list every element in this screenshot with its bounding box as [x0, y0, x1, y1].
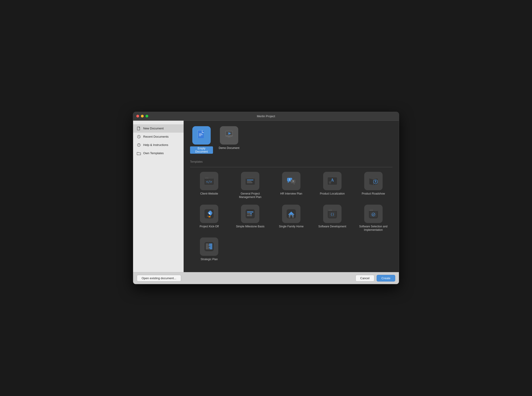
svg-point-41: [250, 213, 252, 215]
svg-text:?: ?: [292, 180, 294, 183]
svg-rect-23: [246, 177, 255, 179]
general-project-management-plan-icon: [241, 172, 259, 190]
simple-milestone-basis-icon: [241, 205, 259, 223]
template-product-roadshow[interactable]: $ Product Roadshow: [354, 172, 392, 199]
demo-document-label: Demo Document: [219, 146, 239, 150]
product-localization-label: Product Localization: [320, 192, 345, 196]
svg-point-19: [208, 178, 208, 178]
main-panel: Empty Document: [184, 121, 399, 272]
svg-text:手: 手: [329, 181, 331, 185]
new-document-icon: [137, 126, 141, 131]
template-general-project-management-plan[interactable]: General ProjectManagement Plan: [231, 172, 269, 199]
cancel-button[interactable]: Cancel: [356, 275, 374, 281]
software-development-label: Software Development: [318, 225, 346, 228]
strategic-plan-label: Strategic Plan: [201, 258, 218, 261]
svg-text:!: !: [289, 178, 290, 181]
help-instructions-label: Help & Instructions: [143, 143, 168, 147]
sidebar-item-help-instructions[interactable]: ? Help & Instructions: [133, 141, 184, 149]
sidebar-item-new-document[interactable]: New Document: [133, 124, 184, 133]
traffic-lights: [136, 115, 148, 117]
folder-icon: [137, 151, 141, 155]
svg-rect-5: [198, 130, 204, 138]
template-client-website[interactable]: </> Client-Website: [190, 172, 228, 199]
strategic-plan-icon: [200, 238, 218, 256]
software-selection-implementation-label: Software Selection andImplementation: [359, 225, 387, 232]
svg-rect-8: [199, 135, 201, 136]
software-selection-implementation-icon: [364, 205, 383, 223]
project-kick-off-label: Project Kick-Off: [200, 225, 219, 228]
template-strategic-plan[interactable]: Strategic Plan: [190, 238, 228, 261]
svg-point-52: [330, 210, 330, 210]
svg-rect-7: [199, 134, 203, 135]
hr-interview-plan-icon: ! ?: [282, 172, 300, 190]
svg-rect-13: [228, 136, 229, 137]
svg-point-43: [249, 215, 250, 216]
templates-grid: </> Client-Website: [190, 172, 392, 261]
window-title: Merlin Project: [257, 115, 275, 118]
svg-point-51: [329, 210, 329, 210]
svg-text:</>: </>: [206, 180, 212, 184]
template-single-family-home[interactable]: Single Family Home: [272, 205, 310, 232]
clock-icon: [137, 135, 141, 139]
empty-document-icon: [192, 126, 211, 145]
recent-documents-label: Recent Documents: [143, 135, 169, 138]
svg-point-58: [370, 210, 370, 210]
svg-rect-48: [292, 215, 293, 216]
template-simple-milestone-basis[interactable]: Simple Milestone Basis: [231, 205, 269, 232]
software-development-icon: {}: [323, 205, 341, 223]
svg-text:$: $: [374, 180, 376, 183]
minimize-button[interactable]: [141, 115, 144, 117]
product-roadshow-icon: $: [364, 172, 383, 190]
svg-point-59: [371, 210, 372, 210]
open-existing-button[interactable]: Open existing document...: [137, 275, 181, 281]
svg-rect-25: [247, 181, 251, 182]
top-docs: Empty Document: [190, 126, 392, 154]
template-software-selection-implementation[interactable]: Software Selection andImplementation: [354, 205, 392, 232]
project-kick-off-icon: [200, 205, 218, 223]
template-software-development[interactable]: {} Software Development: [313, 205, 351, 232]
svg-rect-0: [137, 127, 140, 130]
create-button[interactable]: Create: [377, 275, 395, 281]
template-product-localization[interactable]: A 手 Product Localization: [313, 172, 351, 199]
svg-text:?: ?: [138, 144, 140, 146]
general-project-management-plan-label: General ProjectManagement Plan: [239, 192, 261, 199]
own-templates-label: Own Templates: [143, 151, 164, 155]
svg-point-17: [205, 178, 206, 178]
svg-point-37: [209, 213, 210, 214]
close-button[interactable]: [136, 115, 139, 117]
svg-rect-24: [247, 180, 253, 180]
svg-rect-39: [247, 211, 253, 212]
svg-point-60: [372, 210, 373, 210]
client-website-label: Client-Website: [200, 192, 218, 196]
question-icon: ?: [137, 143, 141, 147]
empty-document-item[interactable]: Empty Document: [190, 126, 213, 154]
svg-text:{}: {}: [330, 212, 334, 216]
section-divider: [190, 167, 392, 167]
hr-interview-plan-label: HR Interview Plan: [280, 192, 302, 196]
client-website-icon: </>: [200, 172, 218, 190]
svg-rect-46: [290, 216, 292, 218]
sidebar: New Document Recent Documents: [133, 121, 184, 272]
templates-section-title: Templates: [190, 160, 392, 163]
sidebar-item-recent-documents[interactable]: Recent Documents: [133, 133, 184, 141]
svg-point-53: [331, 210, 332, 210]
product-roadshow-label: Product Roadshow: [362, 192, 385, 196]
svg-rect-47: [289, 215, 290, 216]
content-area: New Document Recent Documents: [133, 121, 399, 272]
footer: Open existing document... Cancel Create: [133, 272, 399, 284]
product-localization-icon: A 手: [323, 172, 341, 190]
single-family-home-label: Single Family Home: [279, 225, 304, 228]
demo-document-item[interactable]: Demo Document: [218, 126, 240, 154]
templates-section: Templates: [190, 160, 392, 261]
svg-rect-6: [199, 133, 202, 134]
sidebar-item-own-templates[interactable]: Own Templates: [133, 149, 184, 157]
single-family-home-icon: [282, 205, 300, 223]
svg-rect-26: [247, 182, 252, 183]
titlebar: Merlin Project: [133, 112, 399, 121]
template-hr-interview-plan[interactable]: ! ? HR Interview Plan: [272, 172, 310, 199]
new-document-label: New Document: [143, 127, 164, 130]
simple-milestone-basis-label: Simple Milestone Basis: [236, 225, 264, 228]
template-project-kick-off[interactable]: Project Kick-Off: [190, 205, 228, 232]
maximize-button[interactable]: [146, 115, 148, 117]
svg-rect-14: [228, 137, 231, 137]
